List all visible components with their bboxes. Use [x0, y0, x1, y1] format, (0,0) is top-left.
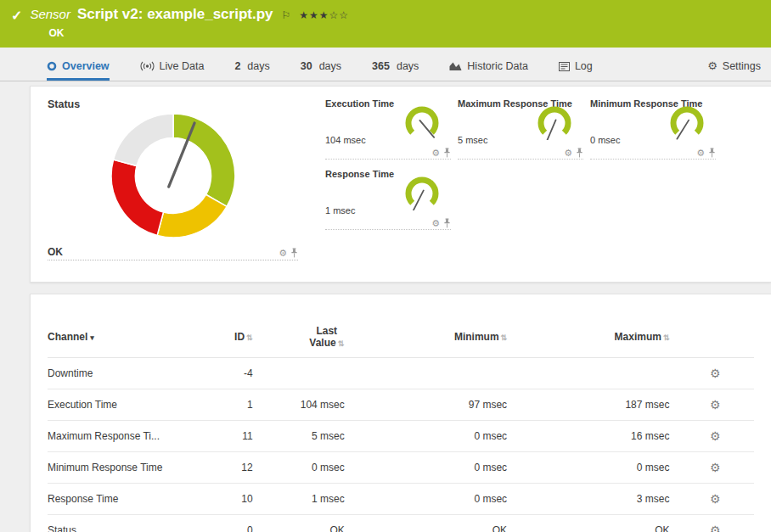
channel-settings-gear-icon[interactable]: ⚙	[710, 429, 721, 443]
channel-last-value: 104 msec	[260, 389, 352, 421]
sort-icon: ⇅	[663, 333, 670, 342]
tab-log-label: Log	[575, 60, 593, 72]
tab-overview[interactable]: Overview	[47, 60, 110, 81]
gauge-settings-gear-icon[interactable]: ⚙	[431, 219, 440, 228]
overview-icon	[47, 61, 57, 71]
tab-2-days-unit: days	[247, 60, 269, 72]
status-gauge-dial	[102, 107, 245, 244]
pin-icon[interactable]	[443, 218, 451, 228]
mini-gauge-dial	[667, 103, 707, 140]
column-header-settings	[676, 320, 754, 358]
column-header-last-value[interactable]: Last Value⇅	[260, 320, 352, 358]
channel-id: 11	[196, 421, 260, 452]
mini-gauge-grid: Execution Time 104 msec ⚙ Maximum Respon…	[325, 98, 724, 282]
tab-historic-data-label: Historic Data	[467, 60, 528, 72]
channel-maximum: OK	[514, 515, 676, 532]
mini-gauge-value: 1 msec	[325, 205, 355, 216]
channel-minimum: OK	[352, 515, 514, 532]
channel-settings-gear-icon[interactable]: ⚙	[710, 492, 721, 506]
channel-id: 10	[196, 484, 260, 515]
tab-live-data[interactable]: Live Data	[140, 60, 205, 81]
channel-name: Response Time	[48, 484, 196, 515]
tab-2-days[interactable]: 2 days	[234, 60, 269, 81]
mini-gauge-footer: ⚙	[325, 148, 451, 160]
channel-last-value: 0 msec	[260, 452, 352, 484]
pin-icon[interactable]	[443, 148, 451, 158]
tab-30-days-unit: days	[319, 60, 341, 72]
column-header-maximum[interactable]: Maximum⇅	[514, 320, 676, 358]
channel-maximum: 0 msec	[514, 452, 676, 484]
channel-last-value: 1 msec	[260, 484, 352, 515]
channel-name: Maximum Response Ti...	[48, 421, 196, 452]
mini-gauge-footer: ⚙	[325, 218, 451, 230]
channel-settings-gear-icon[interactable]: ⚙	[710, 367, 721, 380]
status-footer: OK ⚙	[48, 246, 298, 260]
channel-minimum	[352, 358, 514, 389]
channel-maximum: 3 msec	[514, 484, 676, 515]
sensor-kind-label: Sensor	[30, 7, 70, 21]
column-header-channel[interactable]: Channel▾	[48, 320, 196, 358]
gauge-settings-gear-icon[interactable]: ⚙	[431, 148, 440, 158]
mini-gauge-cell: Response Time 1 msec ⚙	[325, 169, 451, 230]
channel-name: Downtime	[48, 358, 196, 389]
mini-gauge-value: 5 msec	[458, 135, 487, 145]
channel-maximum: 187 msec	[514, 389, 676, 421]
channel-id: 1	[196, 389, 260, 421]
channel-table-row: Maximum Response Ti... 11 5 msec 0 msec …	[48, 421, 754, 452]
priority-stars[interactable]: ★★★☆☆	[299, 9, 349, 21]
priority-flag-icon[interactable]: ⚐	[281, 9, 290, 21]
channel-settings-gear-icon[interactable]: ⚙	[710, 461, 721, 474]
stars-filled[interactable]: ★★★	[299, 9, 329, 21]
gauge-segment-green	[173, 114, 235, 206]
channel-table-row: Downtime -4 ⚙	[48, 358, 754, 389]
pin-icon[interactable]	[290, 248, 298, 258]
channel-settings-gear-icon[interactable]: ⚙	[710, 524, 721, 532]
sensor-status-text: OK	[48, 27, 349, 39]
tab-2-days-number: 2	[234, 60, 240, 72]
tab-historic-data[interactable]: Historic Data	[449, 60, 528, 81]
channel-last-value: OK	[260, 515, 352, 532]
tab-settings-label: Settings	[723, 60, 761, 72]
channel-name: Execution Time	[48, 389, 196, 421]
mini-gauge-cell: Maximum Response Time 5 msec ⚙	[458, 98, 583, 160]
channel-minimum: 0 msec	[352, 421, 514, 452]
tab-log[interactable]: Log	[559, 60, 593, 81]
tab-30-days[interactable]: 30 days	[301, 60, 341, 81]
channel-last-value	[260, 358, 352, 389]
mini-gauge-needle	[414, 190, 424, 210]
pin-icon[interactable]	[576, 148, 583, 158]
channel-minimum: 0 msec	[352, 452, 514, 484]
pin-icon[interactable]	[708, 148, 716, 158]
tab-settings[interactable]: ⚙ Settings	[707, 59, 761, 81]
channel-maximum: 16 msec	[514, 421, 676, 452]
status-panel: Status OK ⚙ Execution Time 104 msec	[30, 86, 771, 283]
channel-table-body: Downtime -4 ⚙ Execution Time 1 104 msec …	[48, 358, 754, 532]
channel-settings-gear-icon[interactable]: ⚙	[710, 398, 721, 412]
tab-overview-label: Overview	[62, 60, 110, 72]
gauge-settings-gear-icon[interactable]: ⚙	[564, 148, 572, 158]
channel-table-row: Status 0 OK OK OK ⚙	[48, 515, 754, 532]
tab-365-days-number: 365	[372, 60, 390, 72]
gauge-settings-gear-icon[interactable]: ⚙	[696, 148, 705, 158]
status-value: OK	[48, 246, 63, 258]
channel-name: Minimum Response Time	[48, 452, 196, 484]
gauge-settings-gear-icon[interactable]: ⚙	[279, 249, 287, 258]
channel-id: -4	[196, 358, 260, 389]
tab-live-data-label: Live Data	[160, 60, 205, 72]
mini-gauge-needle	[547, 120, 555, 140]
sensor-header: ✓ Sensor Script v2: example_script.py ⚐ …	[0, 0, 771, 48]
mini-gauge-footer: ⚙	[590, 148, 716, 160]
column-header-id[interactable]: ID⇅	[196, 320, 260, 358]
mini-gauge-value: 104 msec	[325, 135, 366, 145]
sort-icon: ⇅	[501, 333, 508, 342]
channel-minimum: 0 msec	[352, 484, 514, 515]
tab-365-days[interactable]: 365 days	[372, 60, 419, 81]
column-header-minimum[interactable]: Minimum⇅	[352, 320, 514, 358]
mini-gauge-cell: Execution Time 104 msec ⚙	[325, 98, 451, 160]
channels-panel: Channel▾ ID⇅ Last Value⇅ Minimum⇅ Maximu…	[30, 294, 771, 532]
channel-table-header-row: Channel▾ ID⇅ Last Value⇅ Minimum⇅ Maximu…	[48, 320, 754, 358]
tab-365-days-unit: days	[397, 60, 419, 72]
channel-id: 12	[196, 452, 260, 484]
stars-empty[interactable]: ☆☆	[329, 9, 350, 21]
gauge-segment-yellow	[157, 194, 227, 238]
